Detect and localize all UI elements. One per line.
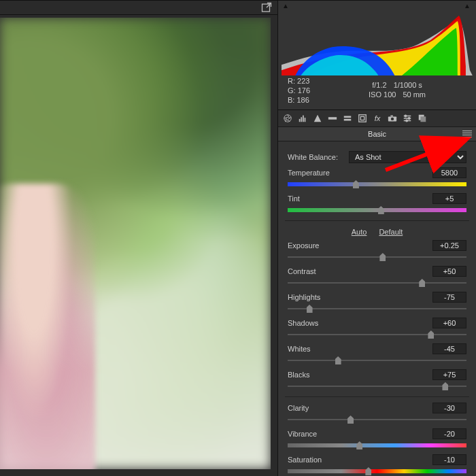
- basic-panel-header: Basic: [278, 127, 476, 141]
- fx-icon[interactable]: fx: [372, 113, 383, 124]
- image-viewer: [0, 0, 277, 476]
- clarity-track[interactable]: [288, 415, 466, 424]
- whites-slider: Whites-45: [288, 343, 466, 365]
- g-value: 176: [298, 86, 310, 95]
- contrast-label: Contrast: [288, 267, 432, 275]
- shadow-clip-icon[interactable]: ▲: [282, 2, 290, 10]
- default-link[interactable]: Default: [379, 228, 403, 236]
- g-label: G:: [288, 86, 296, 95]
- tint-value[interactable]: +5: [432, 193, 466, 204]
- temperature-track[interactable]: [288, 180, 466, 189]
- basic-panel-title: Basic: [368, 130, 386, 138]
- tint-label: Tint: [288, 194, 432, 203]
- exposure-slider: Exposure+0.25: [288, 240, 466, 262]
- iso-value: ISO 100: [369, 90, 396, 99]
- saturation-label: Saturation: [288, 456, 432, 464]
- exposure-label: Exposure: [288, 241, 432, 250]
- b-value: 186: [296, 96, 309, 104]
- whites-label: Whites: [288, 345, 432, 353]
- tint-track[interactable]: [288, 205, 466, 215]
- sliders-icon[interactable]: [402, 113, 413, 124]
- transform-icon[interactable]: [357, 113, 368, 124]
- auto-default-row: Auto Default: [288, 228, 466, 236]
- focal-value: 50 mm: [403, 90, 426, 99]
- svg-point-16: [408, 118, 410, 120]
- clarity-value[interactable]: -30: [432, 403, 466, 413]
- shadows-label: Shadows: [288, 319, 432, 327]
- histogram-block: ▲ ▲ R: 223 G: 176 B: 186: [278, 0, 476, 110]
- highlights-value[interactable]: -75: [432, 292, 466, 303]
- svg-point-17: [406, 120, 408, 122]
- saturation-slider: Saturation-10: [288, 454, 466, 476]
- vibrance-label: Vibrance: [288, 430, 432, 438]
- svg-marker-6: [314, 115, 322, 122]
- camera-icon[interactable]: [387, 113, 398, 124]
- contrast-value[interactable]: +50: [432, 266, 466, 277]
- clarity-label: Clarity: [288, 404, 432, 412]
- svg-rect-19: [420, 116, 426, 122]
- blacks-track[interactable]: [288, 381, 466, 391]
- svg-rect-8: [344, 116, 352, 118]
- histogram-icon[interactable]: [297, 113, 308, 124]
- presets-icon[interactable]: [417, 113, 428, 124]
- export-icon[interactable]: [261, 2, 272, 13]
- blacks-value[interactable]: +75: [432, 369, 466, 380]
- preview-image[interactable]: [0, 18, 271, 469]
- svg-rect-7: [328, 117, 337, 120]
- r-label: R:: [288, 77, 295, 85]
- vibrance-value[interactable]: -20: [432, 428, 466, 439]
- vibrance-track[interactable]: [288, 441, 466, 450]
- shutter-value: 1/1000 s: [394, 81, 422, 89]
- crop-icon[interactable]: [312, 113, 323, 124]
- white-balance-label: White Balance:: [288, 153, 349, 161]
- b-label: B:: [288, 96, 294, 104]
- contrast-track[interactable]: [288, 278, 466, 288]
- svg-rect-4: [303, 116, 304, 122]
- aperture-value: f/1.2: [372, 81, 386, 89]
- temperature-label: Temperature: [288, 169, 432, 177]
- svg-rect-2: [299, 119, 301, 122]
- detail-icon[interactable]: [342, 113, 353, 124]
- vibrance-slider: Vibrance-20: [288, 428, 466, 450]
- develop-panel: ▲ ▲ R: 223 G: 176 B: 186: [277, 0, 476, 476]
- app-root: ▲ ▲ R: 223 G: 176 B: 186: [0, 0, 476, 476]
- clarity-slider: Clarity-30: [288, 403, 466, 424]
- panel-toolbar: fx: [278, 110, 476, 127]
- auto-link[interactable]: Auto: [352, 228, 367, 236]
- svg-rect-5: [305, 118, 306, 122]
- svg-rect-11: [360, 116, 364, 120]
- svg-rect-14: [390, 116, 393, 117]
- panel-menu-icon[interactable]: [462, 129, 472, 139]
- white-balance-row: White Balance: As Shot: [288, 151, 466, 163]
- histogram[interactable]: [282, 12, 473, 75]
- whites-value[interactable]: -45: [432, 343, 466, 354]
- shadows-track[interactable]: [288, 330, 466, 339]
- shadows-value[interactable]: +60: [432, 318, 466, 328]
- temperature-value[interactable]: 5800: [432, 167, 466, 178]
- highlights-slider: Highlights-75: [288, 292, 466, 313]
- exposure-value[interactable]: +0.25: [432, 240, 466, 251]
- exposure-track[interactable]: [288, 252, 466, 262]
- svg-rect-3: [301, 117, 302, 122]
- highlight-clip-icon[interactable]: ▲: [464, 2, 472, 10]
- readout: R: 223 G: 176 B: 186 f/1.2 1/1000 s ISO …: [278, 75, 476, 107]
- r-value: 223: [297, 77, 309, 85]
- temperature-slider: Temperature5800: [288, 167, 466, 189]
- svg-rect-10: [359, 115, 367, 122]
- blacks-label: Blacks: [288, 371, 432, 379]
- white-balance-select[interactable]: As Shot: [349, 151, 466, 163]
- whites-track[interactable]: [288, 356, 466, 365]
- tint-slider: Tint+5: [288, 193, 466, 215]
- svg-point-13: [391, 118, 394, 120]
- shadows-slider: Shadows+60: [288, 318, 466, 339]
- viewer-topbar: [0, 0, 277, 15]
- highlights-label: Highlights: [288, 293, 432, 301]
- highlights-track[interactable]: [288, 304, 466, 313]
- svg-point-15: [405, 115, 407, 117]
- saturation-value[interactable]: -10: [432, 454, 466, 465]
- aperture-icon[interactable]: [282, 113, 293, 124]
- straighten-icon[interactable]: [327, 113, 338, 124]
- saturation-track[interactable]: [288, 466, 466, 476]
- svg-rect-9: [344, 119, 352, 121]
- contrast-slider: Contrast+50: [288, 266, 466, 288]
